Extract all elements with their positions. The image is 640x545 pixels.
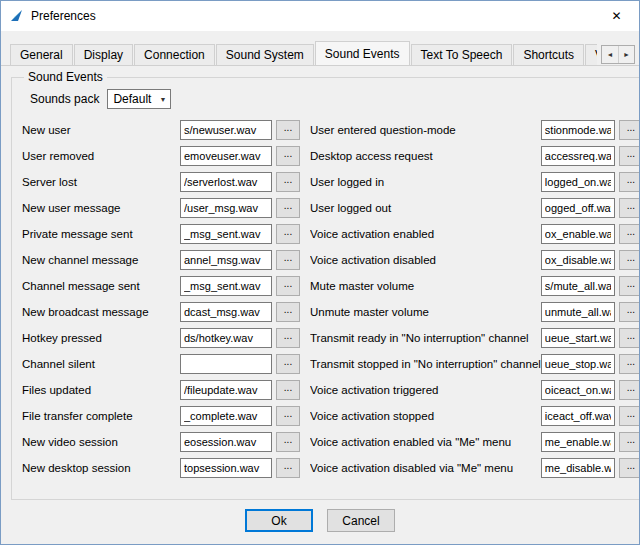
- sound-event-label: Voice activation enabled via "Me" menu: [310, 436, 541, 448]
- sound-file-input[interactable]: [541, 250, 615, 270]
- sound-file-input[interactable]: [180, 432, 272, 452]
- sound-event-label: Hotkey pressed: [22, 332, 180, 344]
- sound-event-row: File transfer complete...: [22, 406, 300, 426]
- sound-file-input[interactable]: [541, 172, 615, 192]
- browse-button[interactable]: ...: [619, 328, 640, 348]
- browse-button[interactable]: ...: [619, 380, 640, 400]
- tab-scroll-right-button[interactable]: ►: [618, 46, 634, 63]
- browse-button[interactable]: ...: [619, 432, 640, 452]
- sound-events-group: Sound Events Sounds pack Default ▼ New u…: [11, 70, 640, 500]
- tab-shortcuts[interactable]: Shortcuts: [513, 44, 584, 65]
- browse-button[interactable]: ...: [619, 302, 640, 322]
- sound-file-input[interactable]: [180, 198, 272, 218]
- sound-file-input[interactable]: [541, 354, 615, 374]
- tab-sound-events[interactable]: Sound Events: [315, 41, 410, 65]
- browse-button[interactable]: ...: [276, 302, 300, 322]
- sound-event-label: Mute master volume: [310, 280, 541, 292]
- browse-button[interactable]: ...: [276, 380, 300, 400]
- tab-scroll-left-button[interactable]: ◄: [602, 46, 618, 63]
- browse-button[interactable]: ...: [619, 250, 640, 270]
- sound-event-row: User removed...: [22, 146, 300, 166]
- sound-file-input[interactable]: [180, 276, 272, 296]
- sound-file-input[interactable]: [180, 406, 272, 426]
- tab-video[interactable]: Video: [585, 44, 597, 65]
- sound-event-label: Channel silent: [22, 358, 180, 370]
- sound-file-input[interactable]: [541, 120, 615, 140]
- browse-button[interactable]: ...: [276, 432, 300, 452]
- event-column-left: New user...User removed...Server lost...…: [22, 120, 300, 484]
- browse-button[interactable]: ...: [276, 120, 300, 140]
- browse-button[interactable]: ...: [619, 458, 640, 478]
- tab-connection[interactable]: Connection: [134, 44, 215, 65]
- browse-button[interactable]: ...: [619, 276, 640, 296]
- sound-file-input[interactable]: [180, 458, 272, 478]
- sound-file-input[interactable]: [180, 250, 272, 270]
- sound-file-input[interactable]: [541, 302, 615, 322]
- sound-event-label: Desktop access request: [310, 150, 541, 162]
- tab-general[interactable]: General: [10, 44, 73, 65]
- browse-button[interactable]: ...: [276, 146, 300, 166]
- browse-button[interactable]: ...: [276, 250, 300, 270]
- browse-button[interactable]: ...: [619, 406, 640, 426]
- sound-file-input[interactable]: [541, 224, 615, 244]
- chevron-down-icon: ▼: [155, 96, 170, 103]
- sound-event-row: Transmit ready in "No interruption" chan…: [310, 328, 640, 348]
- sound-event-row: User logged in...: [310, 172, 640, 192]
- browse-button[interactable]: ...: [276, 276, 300, 296]
- browse-button[interactable]: ...: [619, 146, 640, 166]
- sound-file-input[interactable]: [180, 354, 272, 374]
- sound-event-row: Voice activation enabled via "Me" menu..…: [310, 432, 640, 452]
- browse-button[interactable]: ...: [619, 354, 640, 374]
- browse-button[interactable]: ...: [276, 458, 300, 478]
- browse-button[interactable]: ...: [276, 354, 300, 374]
- browse-button[interactable]: ...: [619, 172, 640, 192]
- sound-event-row: Desktop access request...: [310, 146, 640, 166]
- browse-button[interactable]: ...: [619, 224, 640, 244]
- event-column-right: User entered question-mode...Desktop acc…: [310, 120, 640, 484]
- close-button[interactable]: ✕: [594, 1, 639, 31]
- sound-file-input[interactable]: [180, 302, 272, 322]
- sound-event-row: Voice activation stopped...: [310, 406, 640, 426]
- sound-event-label: User logged out: [310, 202, 541, 214]
- sound-file-input[interactable]: [541, 276, 615, 296]
- sound-event-label: Voice activation enabled: [310, 228, 541, 240]
- tab-sound-system[interactable]: Sound System: [216, 44, 314, 65]
- sound-event-row: New user...: [22, 120, 300, 140]
- tab-display[interactable]: Display: [74, 44, 133, 65]
- browse-button[interactable]: ...: [619, 120, 640, 140]
- sound-file-input[interactable]: [541, 458, 615, 478]
- sounds-pack-select[interactable]: Default ▼: [107, 89, 171, 109]
- browse-button[interactable]: ...: [276, 172, 300, 192]
- sound-event-row: Private message sent...: [22, 224, 300, 244]
- sound-file-input[interactable]: [541, 406, 615, 426]
- sound-file-input[interactable]: [541, 328, 615, 348]
- browse-button[interactable]: ...: [276, 328, 300, 348]
- sound-file-input[interactable]: [180, 172, 272, 192]
- sound-event-label: New user: [22, 124, 180, 136]
- event-columns: New user...User removed...Server lost...…: [22, 120, 640, 484]
- sound-event-label: Voice activation disabled: [310, 254, 541, 266]
- sound-event-row: Files updated...: [22, 380, 300, 400]
- ok-button[interactable]: Ok: [245, 509, 313, 532]
- browse-button[interactable]: ...: [276, 406, 300, 426]
- cancel-button[interactable]: Cancel: [327, 509, 395, 532]
- sound-file-input[interactable]: [180, 146, 272, 166]
- tab-text-to-speech[interactable]: Text To Speech: [411, 44, 513, 65]
- sound-event-label: New broadcast message: [22, 306, 180, 318]
- sound-file-input[interactable]: [541, 198, 615, 218]
- browse-button[interactable]: ...: [619, 198, 640, 218]
- sound-event-row: User logged out...: [310, 198, 640, 218]
- sound-file-input[interactable]: [541, 146, 615, 166]
- sound-event-row: Transmit stopped in "No interruption" ch…: [310, 354, 640, 374]
- sound-file-input[interactable]: [180, 328, 272, 348]
- sound-file-input[interactable]: [541, 432, 615, 452]
- sound-file-input[interactable]: [180, 224, 272, 244]
- browse-button[interactable]: ...: [276, 224, 300, 244]
- sounds-pack-label: Sounds pack: [30, 92, 99, 106]
- sound-file-input[interactable]: [541, 380, 615, 400]
- sound-event-label: Unmute master volume: [310, 306, 541, 318]
- browse-button[interactable]: ...: [276, 198, 300, 218]
- sound-file-input[interactable]: [180, 120, 272, 140]
- sound-file-input[interactable]: [180, 380, 272, 400]
- sound-event-label: User entered question-mode: [310, 124, 541, 136]
